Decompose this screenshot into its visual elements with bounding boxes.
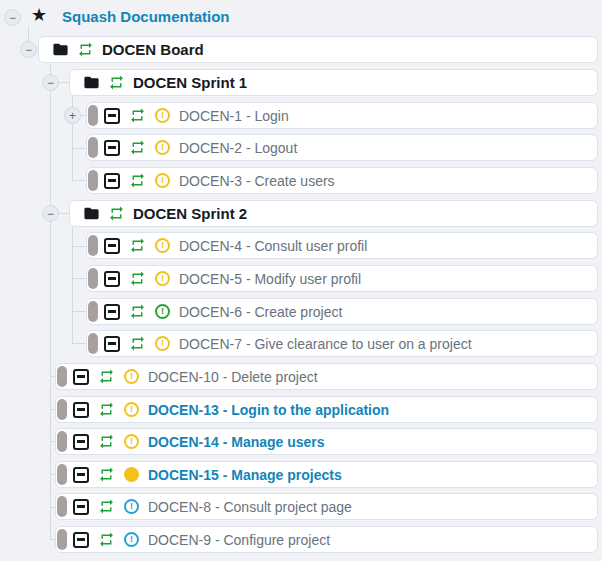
tree-connector-line bbox=[73, 278, 86, 279]
drag-handle[interactable] bbox=[88, 170, 98, 191]
status-dot-icon bbox=[124, 467, 139, 482]
repeat-icon bbox=[98, 401, 115, 418]
repeat-icon bbox=[129, 139, 146, 156]
square-minus-icon[interactable] bbox=[104, 271, 120, 287]
tree-node-card-test[interactable]: DOCEN-4 - Consult user profil bbox=[86, 232, 598, 259]
drag-handle[interactable] bbox=[57, 529, 67, 550]
tree-connector-line bbox=[73, 246, 86, 247]
node-label: DOCEN Sprint 1 bbox=[133, 74, 247, 91]
repeat-icon bbox=[129, 303, 146, 320]
node-label: DOCEN-7 - Give clearance to user on a pr… bbox=[179, 336, 472, 352]
repeat-icon bbox=[129, 107, 146, 124]
tree-node-card-test[interactable]: DOCEN-3 - Create users bbox=[86, 167, 598, 194]
repeat-icon bbox=[129, 270, 146, 287]
folder-icon bbox=[83, 74, 100, 91]
warning-icon bbox=[155, 238, 170, 253]
node-label: DOCEN-3 - Create users bbox=[179, 173, 335, 189]
tree-node-card-folder[interactable]: DOCEN Sprint 2 bbox=[69, 200, 598, 227]
drag-handle[interactable] bbox=[57, 431, 67, 452]
tree-node-card-test[interactable]: DOCEN-5 - Modify user profil bbox=[86, 265, 598, 292]
node-label: DOCEN-9 - Configure project bbox=[148, 532, 330, 548]
tree-connector-line bbox=[28, 26, 29, 41]
drag-handle[interactable] bbox=[88, 137, 98, 158]
node-label: DOCEN-13 - Login to the application bbox=[148, 402, 389, 418]
node-label: DOCEN-8 - Consult project page bbox=[148, 499, 352, 515]
drag-handle[interactable] bbox=[57, 464, 67, 485]
drag-handle[interactable] bbox=[88, 333, 98, 354]
node-label: DOCEN Board bbox=[102, 41, 204, 58]
square-minus-icon[interactable] bbox=[73, 499, 89, 515]
warning-icon bbox=[124, 434, 139, 449]
tree-node-card-folder[interactable]: DOCEN Board bbox=[38, 36, 598, 63]
square-minus-icon[interactable] bbox=[104, 304, 120, 320]
warning-icon bbox=[155, 140, 170, 155]
node-label: DOCEN-4 - Consult user profil bbox=[179, 238, 367, 254]
warning-icon bbox=[124, 369, 139, 384]
repeat-icon bbox=[77, 41, 94, 58]
folder-icon bbox=[83, 205, 100, 222]
tree-node-card-test[interactable]: DOCEN-7 - Give clearance to user on a pr… bbox=[86, 330, 598, 357]
square-minus-icon[interactable] bbox=[104, 238, 120, 254]
drag-handle[interactable] bbox=[88, 105, 98, 126]
favorite-star-icon: ★ bbox=[31, 5, 47, 27]
repeat-icon bbox=[98, 466, 115, 483]
drag-handle[interactable] bbox=[57, 496, 67, 517]
square-minus-icon[interactable] bbox=[73, 369, 89, 385]
repeat-icon bbox=[129, 237, 146, 254]
tree-node-card-test[interactable]: DOCEN-13 - Login to the application bbox=[55, 396, 598, 423]
tree-node-card-test[interactable]: DOCEN-2 - Logout bbox=[86, 134, 598, 161]
repeat-icon bbox=[108, 74, 125, 91]
toggle-collapse-button[interactable]: − bbox=[42, 205, 59, 222]
toggle-collapse-button[interactable]: − bbox=[20, 41, 37, 58]
toggle-collapse-button[interactable]: − bbox=[42, 74, 59, 91]
warning-icon bbox=[155, 271, 170, 286]
repeat-icon bbox=[98, 498, 115, 515]
repeat-icon bbox=[98, 368, 115, 385]
drag-handle[interactable] bbox=[88, 301, 98, 322]
square-minus-icon[interactable] bbox=[104, 140, 120, 156]
square-minus-icon[interactable] bbox=[73, 402, 89, 418]
tree-node-card-test[interactable]: DOCEN-9 - Configure project bbox=[55, 526, 598, 553]
drag-handle[interactable] bbox=[57, 366, 67, 387]
drag-handle[interactable] bbox=[88, 235, 98, 256]
drag-handle[interactable] bbox=[57, 399, 67, 420]
tree-connector-line bbox=[73, 148, 86, 149]
tree-connector-line bbox=[72, 227, 73, 344]
square-minus-icon[interactable] bbox=[73, 467, 89, 483]
warning-icon bbox=[155, 108, 170, 123]
node-label: DOCEN-5 - Modify user profil bbox=[179, 271, 361, 287]
drag-handle[interactable] bbox=[88, 268, 98, 289]
repeat-icon bbox=[129, 335, 146, 352]
folder-icon bbox=[52, 41, 69, 58]
tree-connector-line bbox=[73, 180, 86, 181]
square-minus-icon[interactable] bbox=[73, 532, 89, 548]
tree-connector-line bbox=[73, 311, 86, 312]
tree-node-card-test[interactable]: DOCEN-15 - Manage projects bbox=[55, 461, 598, 488]
node-label: DOCEN-6 - Create project bbox=[179, 304, 342, 320]
tree-node-card-test[interactable]: DOCEN-8 - Consult project page bbox=[55, 493, 598, 520]
node-label: DOCEN-1 - Login bbox=[179, 108, 289, 124]
node-label: DOCEN Sprint 2 bbox=[133, 205, 247, 222]
tree-node-card-test[interactable]: DOCEN-14 - Manage users bbox=[55, 428, 598, 455]
tree-node-card-test[interactable]: DOCEN-6 - Create project bbox=[86, 298, 598, 325]
tree-node-card-test[interactable]: DOCEN-1 - Login bbox=[86, 102, 598, 129]
square-minus-icon[interactable] bbox=[104, 173, 120, 189]
tree-connector-line bbox=[73, 343, 86, 344]
square-minus-icon[interactable] bbox=[104, 108, 120, 124]
info-icon bbox=[124, 499, 139, 514]
toggle-expand-button[interactable]: + bbox=[64, 107, 81, 124]
toggle-collapse-button[interactable]: − bbox=[4, 9, 21, 26]
repeat-icon bbox=[98, 531, 115, 548]
root-node-label[interactable]: Squash Documentation bbox=[62, 8, 230, 25]
tree-connector-line bbox=[50, 64, 51, 540]
tree-node-card-test[interactable]: DOCEN-10 - Delete project bbox=[55, 363, 598, 390]
node-label: DOCEN-15 - Manage projects bbox=[148, 467, 342, 483]
square-minus-icon[interactable] bbox=[73, 434, 89, 450]
repeat-icon bbox=[108, 205, 125, 222]
info-icon bbox=[124, 532, 139, 547]
square-minus-icon[interactable] bbox=[104, 336, 120, 352]
warning-icon bbox=[155, 304, 170, 319]
tree-node-card-folder[interactable]: DOCEN Sprint 1 bbox=[69, 69, 598, 96]
node-label: DOCEN-14 - Manage users bbox=[148, 434, 325, 450]
repeat-icon bbox=[129, 172, 146, 189]
